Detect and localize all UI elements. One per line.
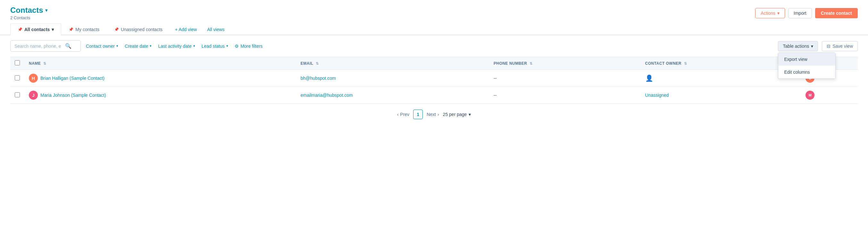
tab-all-contacts-label: All contacts <box>24 27 50 32</box>
export-view-label: Export view <box>784 57 807 62</box>
current-page: 1 <box>413 110 423 119</box>
actions-chevron-icon: ▾ <box>777 10 779 16</box>
tab-unassigned-contacts[interactable]: 📌 Unassigned contacts <box>107 23 170 35</box>
table-actions-button[interactable]: Table actions ▾ <box>778 41 818 51</box>
last-activity-chevron: ▾ <box>193 44 195 48</box>
save-icon: ⊟ <box>827 43 831 49</box>
actions-btn-label: Actions <box>761 10 775 16</box>
save-view-button[interactable]: ⊟ Save view <box>822 41 858 51</box>
edit-columns-label: Edit columns <box>784 69 810 75</box>
row2-email-cell: emailmaria@hubspot.com <box>296 87 489 104</box>
prev-arrow-icon: ‹ <box>397 112 399 117</box>
lead-status-label: Lead status <box>202 43 225 49</box>
more-filters-label: More filters <box>240 43 262 49</box>
filter-bar: 🔍 Contact owner ▾ Create date ▾ Last act… <box>0 35 868 57</box>
row2-owner-cell: Unassigned <box>641 87 801 104</box>
row2-email-link[interactable]: emailmaria@hubspot.com <box>301 93 353 98</box>
edit-columns-item[interactable]: Edit columns <box>778 66 835 79</box>
prev-button[interactable]: ‹ Prev <box>397 112 409 117</box>
contact-owner-filter[interactable]: Contact owner ▾ <box>85 41 120 51</box>
pin-icon-my: 📌 <box>69 27 73 32</box>
filters-icon: ⚙ <box>235 43 239 49</box>
last-activity-label: Last activity date <box>158 43 191 49</box>
row1-contact-icon: H <box>29 74 38 83</box>
add-view-tab[interactable]: + Add view <box>170 24 202 35</box>
header-left: Contacts ▾ 2 Contacts <box>10 6 48 20</box>
tab-my-contacts[interactable]: 📌 My contacts <box>61 23 107 35</box>
row1-owner-cell: 👤 <box>641 70 801 87</box>
row2-checkbox-cell <box>10 87 24 104</box>
row1-email-cell: bh@hubspot.com <box>296 70 489 87</box>
contacts-table: NAME ⇅ EMAIL ⇅ PHONE NUMBER ⇅ CONTACT OW… <box>10 57 858 104</box>
create-date-filter[interactable]: Create date ▾ <box>123 41 153 51</box>
search-box[interactable]: 🔍 <box>10 40 81 52</box>
table-actions-chevron-icon: ▾ <box>811 43 813 49</box>
row1-name-cell: H Brian Halligan (Sample Contact) <box>24 70 296 87</box>
sort-icon-owner: ⇅ <box>684 62 687 65</box>
table-actions-dropdown: Export view Edit columns <box>778 53 836 79</box>
row2-checkbox[interactable] <box>15 92 20 97</box>
select-all-checkbox[interactable] <box>15 60 20 65</box>
next-button[interactable]: Next › <box>427 112 439 117</box>
tab-all-contacts[interactable]: 📌 All contacts ▾ <box>10 23 61 35</box>
per-page-chevron-icon: ▾ <box>469 112 471 117</box>
create-date-chevron: ▾ <box>150 44 152 48</box>
lead-status-chevron: ▾ <box>226 44 228 48</box>
row2-phone-cell: -- <box>489 87 641 104</box>
chevron-down-icon: ▾ <box>52 27 54 32</box>
row2-name-cell: J Maria Johnson (Sample Contact) <box>24 87 296 104</box>
more-filters-button[interactable]: ⚙ More filters <box>234 41 264 51</box>
prev-label: Prev <box>400 112 409 117</box>
contact-owner-chevron: ▾ <box>116 44 118 48</box>
row2-unassigned-text: Unassigned <box>645 93 669 98</box>
create-contact-button[interactable]: Create contact <box>815 8 858 18</box>
sort-icon-name: ⇅ <box>43 62 46 65</box>
th-email[interactable]: EMAIL ⇅ <box>296 57 489 70</box>
tabs-bar: 📌 All contacts ▾ 📌 My contacts 📌 Unassig… <box>0 23 868 35</box>
sort-icon-email: ⇅ <box>316 62 319 65</box>
table-header-row: NAME ⇅ EMAIL ⇅ PHONE NUMBER ⇅ CONTACT OW… <box>10 57 858 70</box>
header-actions: Actions ▾ Import Create contact <box>755 8 858 18</box>
th-phone[interactable]: PHONE NUMBER ⇅ <box>489 57 641 70</box>
create-btn-label: Create contact <box>821 10 852 16</box>
row1-person-icon: 👤 <box>645 75 653 82</box>
pin-icon-unassigned: 📌 <box>114 27 119 32</box>
pagination-bar: ‹ Prev 1 Next › 25 per page ▾ <box>0 104 868 125</box>
row2-contact-icon: J <box>29 91 38 100</box>
row1-name-link[interactable]: Brian Halligan (Sample Contact) <box>40 75 104 81</box>
page-subtitle: 2 Contacts <box>10 16 48 20</box>
th-contact-owner[interactable]: CONTACT OWNER ⇅ <box>641 57 801 70</box>
title-text: Contacts <box>10 6 43 15</box>
last-activity-date-filter[interactable]: Last activity date ▾ <box>157 41 196 51</box>
lead-status-filter[interactable]: Lead status ▾ <box>200 41 229 51</box>
search-input[interactable] <box>14 43 62 49</box>
all-views-link[interactable]: All views <box>202 24 229 35</box>
actions-button[interactable]: Actions ▾ <box>755 8 785 18</box>
col-owner-label: CONTACT OWNER <box>645 61 681 66</box>
tab-my-contacts-label: My contacts <box>75 27 99 32</box>
table-actions-label: Table actions <box>783 43 809 49</box>
row1-email-link[interactable]: bh@hubspot.com <box>301 75 336 81</box>
row1-checkbox[interactable] <box>15 75 20 81</box>
per-page-button[interactable]: 25 per page ▾ <box>443 112 471 117</box>
import-btn-label: Import <box>794 10 806 16</box>
page-title[interactable]: Contacts ▾ <box>10 6 48 15</box>
th-checkbox <box>10 57 24 70</box>
page-header: Contacts ▾ 2 Contacts Actions ▾ Import C… <box>0 0 868 23</box>
row1-phone-cell: -- <box>489 70 641 87</box>
export-view-item[interactable]: Export view <box>778 53 835 66</box>
col-phone-label: PHONE NUMBER <box>494 61 527 66</box>
import-button[interactable]: Import <box>788 8 812 18</box>
th-name[interactable]: NAME ⇅ <box>24 57 296 70</box>
save-view-label: Save view <box>832 43 853 49</box>
search-icon: 🔍 <box>65 43 71 49</box>
all-views-label: All views <box>207 27 224 32</box>
row2-assigned-cell: M <box>801 87 858 104</box>
contact-owner-label: Contact owner <box>86 43 115 49</box>
per-page-label: 25 per page <box>443 112 467 117</box>
row2-name-link[interactable]: Maria Johnson (Sample Contact) <box>40 93 106 98</box>
contacts-table-container: NAME ⇅ EMAIL ⇅ PHONE NUMBER ⇅ CONTACT OW… <box>0 57 868 104</box>
table-actions-container: Table actions ▾ Export view Edit columns <box>778 41 818 51</box>
table-row: J Maria Johnson (Sample Contact) emailma… <box>10 87 858 104</box>
tab-unassigned-contacts-label: Unassigned contacts <box>121 27 162 32</box>
